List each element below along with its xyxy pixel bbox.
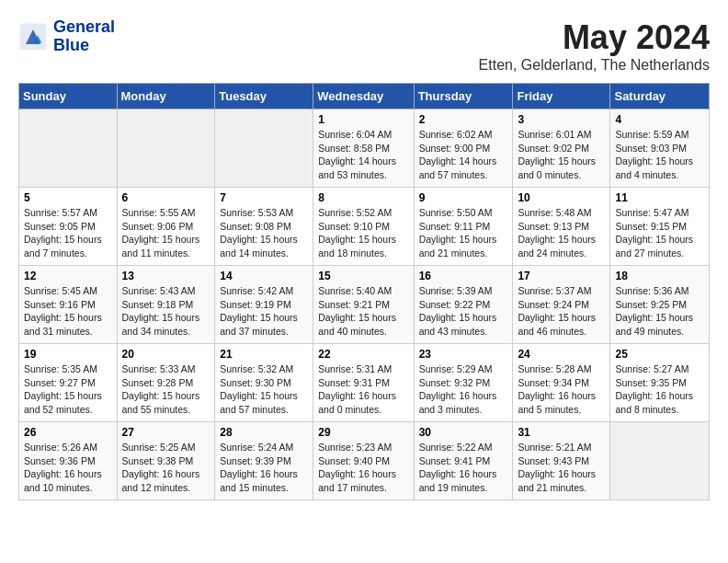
calendar-cell: 1Sunrise: 6:04 AMSunset: 8:58 PMDaylight… <box>313 109 414 188</box>
day-info: Sunrise: 5:48 AMSunset: 9:13 PMDaylight:… <box>518 206 605 260</box>
column-header-friday: Friday <box>513 84 610 109</box>
calendar-cell <box>117 109 215 188</box>
day-info: Sunrise: 6:02 AMSunset: 9:00 PMDaylight:… <box>419 128 508 182</box>
day-number: 9 <box>419 191 508 204</box>
logo: General Blue <box>18 18 115 55</box>
day-info: Sunrise: 5:33 AMSunset: 9:28 PMDaylight:… <box>122 362 210 417</box>
day-number: 6 <box>122 191 210 204</box>
calendar-cell: 7Sunrise: 5:53 AMSunset: 9:08 PMDaylight… <box>215 188 313 266</box>
day-number: 19 <box>24 348 112 361</box>
calendar-week-5: 26Sunrise: 5:26 AMSunset: 9:36 PMDayligh… <box>19 422 710 500</box>
calendar-cell: 31Sunrise: 5:21 AMSunset: 9:43 PMDayligh… <box>513 422 610 500</box>
title-section: May 2024 Etten, Gelderland, The Netherla… <box>479 18 710 74</box>
day-info: Sunrise: 5:52 AMSunset: 9:10 PMDaylight:… <box>318 206 408 260</box>
calendar-cell: 25Sunrise: 5:27 AMSunset: 9:35 PMDayligh… <box>610 344 710 422</box>
calendar-cell: 9Sunrise: 5:50 AMSunset: 9:11 PMDaylight… <box>414 188 513 266</box>
page-header: General Blue May 2024 Etten, Gelderland,… <box>18 18 710 74</box>
location-subtitle: Etten, Gelderland, The Netherlands <box>479 57 710 74</box>
column-header-thursday: Thursday <box>414 84 513 109</box>
calendar-cell: 16Sunrise: 5:39 AMSunset: 9:22 PMDayligh… <box>414 266 513 344</box>
calendar-cell: 12Sunrise: 5:45 AMSunset: 9:16 PMDayligh… <box>19 266 118 344</box>
day-number: 29 <box>318 426 408 439</box>
calendar-cell: 24Sunrise: 5:28 AMSunset: 9:34 PMDayligh… <box>513 344 610 422</box>
day-info: Sunrise: 5:25 AMSunset: 9:38 PMDaylight:… <box>122 441 210 495</box>
day-info: Sunrise: 5:28 AMSunset: 9:34 PMDaylight:… <box>518 362 605 417</box>
day-info: Sunrise: 6:01 AMSunset: 9:02 PMDaylight:… <box>518 128 605 182</box>
day-number: 27 <box>122 426 210 439</box>
day-number: 8 <box>318 191 408 204</box>
calendar-cell: 18Sunrise: 5:36 AMSunset: 9:25 PMDayligh… <box>610 266 710 344</box>
calendar-header: SundayMondayTuesdayWednesdayThursdayFrid… <box>19 84 710 109</box>
calendar-cell: 2Sunrise: 6:02 AMSunset: 9:00 PMDaylight… <box>414 109 513 188</box>
day-number: 2 <box>419 113 508 126</box>
calendar-cell: 5Sunrise: 5:57 AMSunset: 9:05 PMDaylight… <box>19 188 118 266</box>
day-number: 31 <box>518 426 605 439</box>
header-row: SundayMondayTuesdayWednesdayThursdayFrid… <box>19 84 710 109</box>
calendar-cell: 29Sunrise: 5:23 AMSunset: 9:40 PMDayligh… <box>313 422 414 500</box>
calendar-cell: 14Sunrise: 5:42 AMSunset: 9:19 PMDayligh… <box>215 266 313 344</box>
calendar-cell: 6Sunrise: 5:55 AMSunset: 9:06 PMDaylight… <box>117 188 215 266</box>
calendar-week-2: 5Sunrise: 5:57 AMSunset: 9:05 PMDaylight… <box>19 188 710 266</box>
day-number: 26 <box>24 426 112 439</box>
calendar-cell: 13Sunrise: 5:43 AMSunset: 9:18 PMDayligh… <box>117 266 215 344</box>
column-header-sunday: Sunday <box>19 84 118 109</box>
day-info: Sunrise: 5:35 AMSunset: 9:27 PMDaylight:… <box>24 362 112 417</box>
day-number: 30 <box>419 426 508 439</box>
logo-icon <box>18 22 48 52</box>
day-number: 24 <box>518 348 605 361</box>
day-number: 17 <box>518 270 605 282</box>
day-number: 13 <box>122 270 210 282</box>
logo-line1: General <box>53 18 115 37</box>
calendar-cell: 11Sunrise: 5:47 AMSunset: 9:15 PMDayligh… <box>610 188 710 266</box>
day-number: 20 <box>122 348 210 361</box>
day-info: Sunrise: 5:39 AMSunset: 9:22 PMDaylight:… <box>419 284 508 339</box>
month-title: May 2024 <box>479 18 710 57</box>
day-info: Sunrise: 5:23 AMSunset: 9:40 PMDaylight:… <box>318 441 408 495</box>
calendar-week-3: 12Sunrise: 5:45 AMSunset: 9:16 PMDayligh… <box>19 266 710 344</box>
day-info: Sunrise: 5:32 AMSunset: 9:30 PMDaylight:… <box>220 362 308 417</box>
column-header-tuesday: Tuesday <box>215 84 313 109</box>
calendar-cell: 23Sunrise: 5:29 AMSunset: 9:32 PMDayligh… <box>414 344 513 422</box>
calendar-cell: 22Sunrise: 5:31 AMSunset: 9:31 PMDayligh… <box>313 344 414 422</box>
logo-text: General Blue <box>53 18 115 55</box>
column-header-monday: Monday <box>117 84 215 109</box>
day-info: Sunrise: 5:37 AMSunset: 9:24 PMDaylight:… <box>518 284 605 339</box>
day-number: 28 <box>220 426 308 439</box>
column-header-saturday: Saturday <box>610 84 710 109</box>
day-info: Sunrise: 5:45 AMSunset: 9:16 PMDaylight:… <box>24 284 112 339</box>
calendar-cell: 19Sunrise: 5:35 AMSunset: 9:27 PMDayligh… <box>19 344 118 422</box>
day-info: Sunrise: 5:22 AMSunset: 9:41 PMDaylight:… <box>419 441 508 495</box>
day-number: 1 <box>318 113 408 126</box>
calendar-cell: 17Sunrise: 5:37 AMSunset: 9:24 PMDayligh… <box>513 266 610 344</box>
day-info: Sunrise: 5:47 AMSunset: 9:15 PMDaylight:… <box>615 206 704 260</box>
day-info: Sunrise: 5:42 AMSunset: 9:19 PMDaylight:… <box>220 284 308 339</box>
day-number: 18 <box>615 270 704 282</box>
calendar-cell: 27Sunrise: 5:25 AMSunset: 9:38 PMDayligh… <box>117 422 215 500</box>
column-header-wednesday: Wednesday <box>313 84 414 109</box>
calendar-table: SundayMondayTuesdayWednesdayThursdayFrid… <box>18 83 710 500</box>
calendar-cell <box>215 109 313 188</box>
day-info: Sunrise: 5:27 AMSunset: 9:35 PMDaylight:… <box>615 362 704 417</box>
calendar-cell: 20Sunrise: 5:33 AMSunset: 9:28 PMDayligh… <box>117 344 215 422</box>
day-info: Sunrise: 5:24 AMSunset: 9:39 PMDaylight:… <box>220 441 308 495</box>
day-number: 7 <box>220 191 308 204</box>
day-number: 15 <box>318 270 408 282</box>
day-info: Sunrise: 5:36 AMSunset: 9:25 PMDaylight:… <box>615 284 704 339</box>
calendar-cell: 28Sunrise: 5:24 AMSunset: 9:39 PMDayligh… <box>215 422 313 500</box>
day-info: Sunrise: 5:53 AMSunset: 9:08 PMDaylight:… <box>220 206 308 260</box>
calendar-cell: 30Sunrise: 5:22 AMSunset: 9:41 PMDayligh… <box>414 422 513 500</box>
calendar-cell: 4Sunrise: 5:59 AMSunset: 9:03 PMDaylight… <box>610 109 710 188</box>
day-info: Sunrise: 5:26 AMSunset: 9:36 PMDaylight:… <box>24 441 112 495</box>
calendar-cell: 21Sunrise: 5:32 AMSunset: 9:30 PMDayligh… <box>215 344 313 422</box>
day-number: 23 <box>419 348 508 361</box>
calendar-body: 1Sunrise: 6:04 AMSunset: 8:58 PMDaylight… <box>19 109 710 500</box>
day-info: Sunrise: 5:50 AMSunset: 9:11 PMDaylight:… <box>419 206 508 260</box>
calendar-week-1: 1Sunrise: 6:04 AMSunset: 8:58 PMDaylight… <box>19 109 710 188</box>
day-number: 10 <box>518 191 605 204</box>
day-info: Sunrise: 6:04 AMSunset: 8:58 PMDaylight:… <box>318 128 408 182</box>
calendar-cell <box>19 109 118 188</box>
day-number: 14 <box>220 270 308 282</box>
day-number: 16 <box>419 270 508 282</box>
calendar-cell: 15Sunrise: 5:40 AMSunset: 9:21 PMDayligh… <box>313 266 414 344</box>
day-info: Sunrise: 5:29 AMSunset: 9:32 PMDaylight:… <box>419 362 508 417</box>
